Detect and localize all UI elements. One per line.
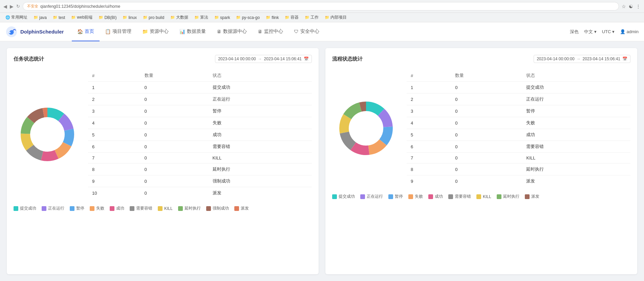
legend-item: KILL [476,194,491,199]
nav-home[interactable]: 🏠 首页 [72,22,100,41]
legend-item: 延时执行 [497,194,519,199]
process-date-range[interactable]: 2023-04-14 00:00:00 → 2023-04-14 15:06:4… [534,55,630,63]
bookmark-label: 常用网址 [11,15,27,20]
table-row: 3 0 暂停 [88,105,312,117]
process-stats-card: 流程状态统计 2023-04-14 00:00:00 → 2023-04-14 … [325,48,637,274]
folder-icon: 📁 [285,15,289,20]
bookmark-icon[interactable]: ☆ [622,4,626,9]
refresh-button[interactable]: ↻ [16,4,20,9]
legend-label: 成功 [116,206,124,211]
table-row: 8 0 延时执行 [407,164,630,175]
legend-item: 提交成功 [14,206,36,211]
bookmark-test[interactable]: 📁 test [50,15,68,21]
nav-resource[interactable]: 📁 资源中心 [137,22,174,41]
row-status: 需要容错 [209,141,312,153]
timezone-selector[interactable]: UTC ▾ [602,29,615,34]
app-logo-text: DolphinScheduler [20,29,64,35]
bookmark-label: 容器 [291,15,299,20]
bookmark-probuild[interactable]: 📁 pro build [140,15,167,21]
extension-icon[interactable]: ☯ [629,4,633,9]
row-status: 失败 [209,117,312,129]
svg-point-12 [30,117,64,151]
nav-quality-label: 数据质量 [187,28,206,35]
legend-item: 提交成功 [332,194,355,199]
process-donut-chart [332,70,400,187]
task-date-end: 2023-04-14 15:06:41 [264,57,302,61]
table-row: 9 0 派发 [407,175,630,187]
row-num: 4 [407,117,451,129]
process-stats-table: # 数量 状态 1 0 提交成功2 0 正在运行3 0 暂停4 [407,70,630,187]
nav-dataquality[interactable]: 📊 数据质量 [174,22,211,41]
legend-item: 正在运行 [360,194,383,199]
svg-point-1 [9,32,10,33]
row-num: 3 [88,105,141,117]
bookmark-dbbi[interactable]: 📁 DB(BI) [96,15,119,21]
process-card-body: # 数量 状态 1 0 提交成功2 0 正在运行3 0 暂停4 [332,70,630,187]
bookmark-suanfa[interactable]: 📁 算法 [192,14,211,21]
folder-icon: 📁 [34,15,38,20]
url-text: qianfeng01:12345/dolphinscheduler/ui/hom… [40,4,120,9]
legend-color [70,206,74,211]
process-legend: 提交成功 正在运行 暂停 失败 成功 需要容错 KILL 延时执行 派发 [332,194,630,199]
row-count: 0 [141,175,209,187]
nav-security[interactable]: 🛡 安全中心 [288,22,325,41]
legend-item: 延时执行 [178,206,201,211]
bookmark-bigdata[interactable]: 📁 大数据 [168,14,191,21]
row-status: 延时执行 [522,164,630,175]
row-count: 0 [451,117,522,129]
task-card-title: 任务状态统计 [14,56,44,62]
bookmark-flink[interactable]: 📁 flink [263,15,281,21]
process-col-num: # [407,70,451,82]
address-bar[interactable]: 不安全 qianfeng01:12345/dolphinscheduler/ui… [23,2,619,10]
theme-toggle[interactable]: 深色 [570,29,579,35]
legend-label: 暂停 [76,206,84,211]
bookmark-neibu[interactable]: 📁 内部项目 [322,14,349,21]
nav-project[interactable]: 📋 项目管理 [100,22,137,41]
row-num: 1 [407,82,451,93]
process-date-end: 2023-04-14 15:06:41 [583,57,620,61]
bookmark-linux[interactable]: 📁 linux [120,15,139,21]
language-selector[interactable]: 中文 ▾ [584,29,597,35]
bookmark-label: 工作 [310,15,319,20]
back-button[interactable]: ◀ [3,4,7,9]
row-status: 成功 [522,129,630,141]
folder-icon: 📁 [194,15,199,20]
nav-right: 深色 中文 ▾ UTC ▾ 👤 admin [570,29,639,35]
calendar-icon[interactable]: 📅 [622,57,627,61]
row-count: 0 [451,141,522,153]
folder-icon: 📁 [71,15,76,20]
user-menu[interactable]: 👤 admin [620,29,639,34]
row-num: 6 [88,141,141,153]
bookmark-rongqi[interactable]: 📁 容器 [282,14,301,21]
bookmark-java[interactable]: 📁 java [31,15,49,21]
nav-home-label: 首页 [85,28,94,35]
nav-monitor[interactable]: 🖥 监控中心 [252,22,288,41]
calendar-icon[interactable]: 📅 [304,57,309,61]
nav-datasource-label: 数据源中心 [223,28,247,35]
legend-color [360,194,365,199]
bookmark-webqd[interactable]: 📁 web前端 [68,14,95,21]
bookmark-changying[interactable]: 🌐 常用网址 [3,14,30,21]
task-col-num: # [88,70,141,82]
table-row: 10 0 派发 [88,187,312,199]
task-date-range[interactable]: 2023-04-14 00:00:00 → 2023-04-14 15:06:4… [215,55,312,63]
bookmark-pyscago[interactable]: 📁 py-sca-go [233,15,262,21]
legend-item: 成功 [110,206,124,211]
row-status: 正在运行 [209,93,312,105]
legend-color [110,206,114,211]
app-logo[interactable]: DolphinScheduler [5,26,64,38]
nav-datasource[interactable]: 🖥 数据源中心 [211,22,252,41]
legend-color [525,194,530,199]
row-count: 0 [141,187,209,199]
row-count: 0 [141,141,209,153]
bookmark-spark[interactable]: 📁 spark [212,15,233,21]
legend-color [234,206,239,211]
table-row: 3 0 暂停 [407,105,630,117]
bookmark-gongzuo[interactable]: 📁 工作 [302,14,321,21]
menu-icon[interactable]: ⋮ [636,4,641,9]
bookmark-label: pro build [149,15,164,20]
row-num: 2 [88,93,141,105]
forward-button[interactable]: ▶ [10,4,14,9]
legend-label: 强制成功 [213,206,229,211]
task-card-body: # 数量 状态 1 0 提交成功2 0 正在运行3 0 暂停4 [14,70,312,199]
